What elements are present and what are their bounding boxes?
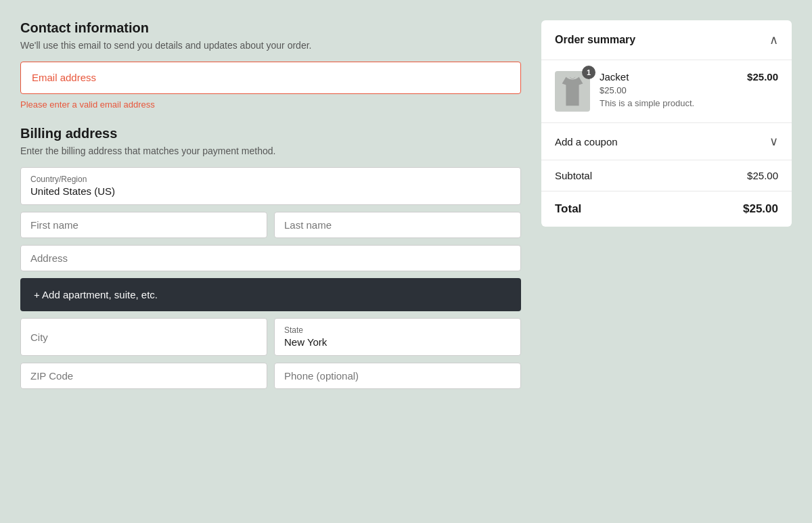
email-error: Please enter a valid email address — [20, 99, 521, 110]
city-input[interactable] — [20, 318, 267, 356]
product-row: 1 Jacket $25.00 This is a simple product… — [541, 60, 792, 123]
coupon-label: Add a coupon — [555, 136, 618, 147]
product-info: Jacket $25.00 This is a simple product. — [600, 71, 738, 108]
add-coupon-row[interactable]: Add a coupon ∨ — [541, 123, 792, 160]
country-label: Country/Region — [30, 175, 511, 184]
product-price-sub: $25.00 — [600, 85, 738, 95]
state-field[interactable]: State New York — [274, 318, 521, 356]
zip-phone-row — [20, 363, 521, 389]
contact-subtitle: We'll use this email to send you details… — [20, 40, 521, 51]
order-summary-header[interactable]: Order summary ∧ — [541, 20, 792, 60]
contact-title: Contact information — [20, 20, 521, 36]
order-summary-card: Order summary ∧ 1 Jacket — [541, 20, 792, 227]
product-name: Jacket — [600, 71, 738, 83]
subtotal-row: Subtotal $25.00 — [541, 160, 792, 191]
country-field[interactable]: Country/Region United States (US) — [20, 167, 521, 205]
last-name-input[interactable] — [274, 212, 521, 238]
country-value: United States (US) — [30, 185, 115, 197]
billing-subtitle: Enter the billing address that matches y… — [20, 145, 521, 156]
zip-input[interactable] — [20, 363, 267, 389]
right-panel: Order summary ∧ 1 Jacket — [541, 20, 792, 396]
phone-input[interactable] — [274, 363, 521, 389]
add-apartment-button[interactable]: + Add apartment, suite, etc. — [20, 278, 521, 311]
subtotal-label: Subtotal — [555, 170, 592, 181]
total-row: Total $25.00 — [541, 191, 792, 227]
city-state-row: State New York — [20, 318, 521, 356]
total-value: $25.00 — [743, 202, 778, 216]
product-badge: 1 — [582, 66, 595, 79]
order-summary-title: Order summary — [555, 34, 635, 46]
subtotal-value: $25.00 — [747, 170, 778, 181]
email-input[interactable] — [32, 72, 510, 83]
product-description: This is a simple product. — [600, 98, 738, 108]
product-image-wrap: 1 — [555, 71, 590, 112]
address-row — [20, 245, 521, 271]
product-price: $25.00 — [747, 71, 778, 83]
address-input[interactable] — [20, 245, 521, 271]
first-name-input[interactable] — [20, 212, 267, 238]
billing-title: Billing address — [20, 126, 521, 141]
state-label: State — [284, 325, 511, 335]
chevron-up-icon: ∧ — [769, 32, 778, 47]
name-row — [20, 212, 521, 238]
email-input-wrap — [20, 62, 521, 94]
left-panel: Contact information We'll use this email… — [20, 20, 521, 396]
state-value: New York — [284, 336, 327, 348]
chevron-down-icon: ∨ — [769, 134, 778, 149]
total-label: Total — [555, 202, 581, 216]
